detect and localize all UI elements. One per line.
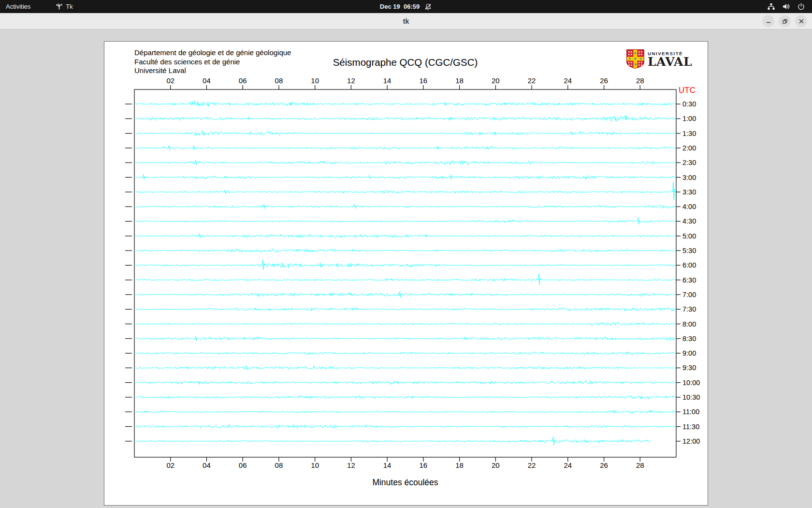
x-tick-label-top: 20 (492, 76, 500, 85)
seismogram-trace (136, 291, 676, 298)
utc-time-label: 10:30 (682, 393, 700, 401)
x-tick-label-bottom: 02 (166, 461, 174, 469)
window-titlebar[interactable]: tk (0, 13, 812, 30)
x-axis-label: Minutes écoulées (134, 478, 676, 488)
seismogram-trace (136, 410, 676, 414)
seismogram-trace (136, 249, 676, 253)
seismogram-trace (136, 260, 676, 269)
seismogram-trace (136, 274, 676, 285)
seismogram-trace (136, 336, 676, 341)
x-tick-label-bottom: 28 (636, 461, 644, 469)
x-tick-label-bottom: 10 (311, 461, 319, 469)
utc-time-label: 9:00 (682, 349, 696, 357)
clock-menu[interactable]: Dec 19 06:59 (380, 0, 432, 13)
utc-time-label: 2:30 (682, 159, 696, 166)
utc-time-label: 6:00 (682, 261, 696, 269)
activities-button[interactable]: Activities (0, 0, 36, 13)
utc-time-label: 10:00 (682, 379, 700, 387)
seismogram-trace (136, 101, 676, 106)
x-tick-label-bottom: 20 (492, 461, 500, 469)
utc-label: UTC (679, 86, 696, 95)
seismogram-trace (136, 146, 676, 150)
utc-time-label: 8:00 (682, 320, 696, 328)
x-tick-label-top: 22 (528, 76, 536, 85)
seismogram-trace (136, 160, 676, 165)
utc-time-label: 2:00 (682, 144, 696, 152)
utc-time-label: 9:30 (682, 364, 696, 372)
seismogram-trace (136, 116, 676, 121)
x-tick-label-bottom: 06 (239, 461, 247, 469)
app-indicator-tk[interactable]: Tk (50, 0, 78, 13)
seismogram-trace (136, 234, 676, 238)
tk-icon (56, 3, 63, 10)
x-tick-label-bottom: 22 (528, 461, 536, 469)
window-title: tk (0, 13, 812, 30)
minimize-icon (765, 18, 772, 25)
utc-time-label: 3:00 (682, 174, 696, 181)
traces-group (136, 101, 676, 445)
x-tick-label-bottom: 12 (347, 461, 355, 469)
seismogram-plot: 0202040406060808101012121414161618182020… (104, 42, 709, 506)
seismogram-trace (136, 308, 676, 311)
utc-time-label: 12:00 (682, 437, 700, 445)
plot-border (134, 90, 676, 457)
utc-time-label: 4:00 (682, 203, 696, 210)
x-tick-label-bottom: 14 (383, 461, 392, 469)
seismogram-trace (136, 217, 676, 224)
volume-icon (782, 2, 790, 11)
x-tick-label-top: 14 (383, 76, 392, 85)
x-tick-label-bottom: 04 (203, 461, 211, 469)
seismograph-canvas: Département de géologie et de génie géol… (104, 41, 708, 506)
x-tick-label-bottom: 18 (455, 461, 464, 469)
x-tick-label-top: 18 (455, 76, 464, 85)
gnome-top-bar: Activities Tk Dec 19 06:59 (0, 0, 812, 13)
seismogram-trace (136, 182, 676, 200)
x-tick-label-top: 28 (636, 76, 644, 85)
utc-time-label: 6:30 (682, 276, 696, 284)
maximize-button[interactable] (779, 15, 791, 27)
x-tick-label-top: 12 (347, 76, 355, 85)
seismogram-trace (136, 322, 676, 326)
x-tick-label-bottom: 08 (275, 461, 283, 469)
utc-time-label: 7:30 (682, 305, 696, 313)
seismogram-trace (136, 204, 676, 209)
close-button[interactable] (795, 15, 807, 27)
x-tick-label-bottom: 16 (420, 461, 428, 469)
x-tick-label-top: 10 (311, 76, 319, 85)
x-tick-label-top: 06 (239, 76, 247, 85)
seismogram-trace (136, 131, 676, 135)
network-icon (767, 2, 775, 11)
seismogram-trace (136, 424, 676, 428)
utc-time-label: 3:30 (682, 188, 696, 196)
seismogram-trace (136, 352, 676, 355)
seismogram-trace (136, 436, 651, 445)
utc-time-label: 8:30 (682, 335, 696, 343)
window-controls (762, 15, 807, 27)
x-tick-label-top: 04 (203, 76, 211, 85)
power-icon (797, 2, 805, 11)
minimize-button[interactable] (762, 15, 774, 27)
app-indicator-label: Tk (66, 3, 72, 10)
close-icon (798, 18, 805, 25)
x-tick-label-top: 24 (564, 76, 572, 85)
utc-time-label: 11:30 (682, 423, 699, 431)
x-tick-label-top: 16 (420, 76, 428, 85)
seismogram-trace (136, 396, 676, 400)
x-tick-label-bottom: 26 (600, 461, 608, 469)
utc-time-label: 7:00 (682, 291, 696, 299)
maximize-icon (782, 18, 788, 25)
utc-time-label: 0:30 (682, 100, 696, 108)
window-body: Département de géologie et de génie géol… (0, 30, 812, 508)
x-tick-label-top: 26 (600, 76, 608, 85)
seismogram-trace (136, 381, 676, 385)
utc-time-label: 11:00 (682, 408, 699, 416)
utc-time-label: 1:00 (682, 115, 696, 122)
utc-time-label: 5:30 (682, 247, 696, 254)
utc-time-label: 5:00 (682, 232, 696, 240)
bell-muted-icon (424, 3, 432, 11)
system-status-area[interactable] (760, 0, 812, 13)
utc-time-label: 4:30 (682, 217, 696, 225)
x-tick-label-bottom: 24 (564, 461, 572, 469)
x-tick-label-top: 08 (275, 76, 283, 85)
x-tick-label-top: 02 (166, 76, 174, 85)
